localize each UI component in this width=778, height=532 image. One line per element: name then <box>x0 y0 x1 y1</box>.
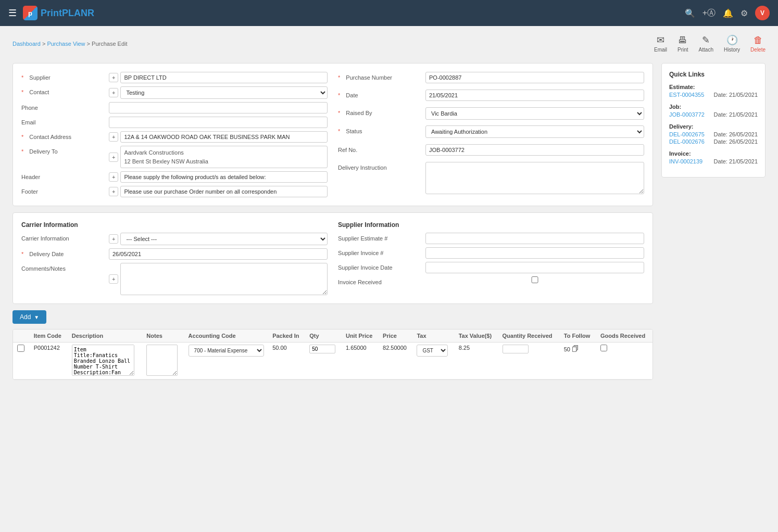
comments-plus-button[interactable]: + <box>109 274 118 284</box>
menu-icon[interactable]: ☰ <box>8 7 17 19</box>
carrier-section: Carrier Information Carrier Information … <box>21 221 328 295</box>
qty-input[interactable] <box>309 345 335 353</box>
history-button[interactable]: 🕐 History <box>724 34 740 53</box>
add-chevron-icon: ▼ <box>34 314 39 320</box>
ql-job-link[interactable]: JOB-0003772 <box>669 111 705 118</box>
supplier-invoice-input[interactable] <box>425 247 644 259</box>
ql-invoice-label: Invoice: <box>669 150 691 157</box>
col-goods-received: Goods Received <box>596 330 652 343</box>
carrier-select[interactable]: --- Select --- <box>120 233 328 245</box>
tax-value-cell: 8.25 <box>455 343 498 379</box>
col-notes: Notes <box>142 330 184 343</box>
description-cell: Item Title:Fanatics Branded Lonzo Ball N… <box>68 343 143 379</box>
accounting-code-select[interactable]: 700 - Material Expense <box>189 345 265 357</box>
contact-label: * Contact <box>21 86 105 95</box>
qty-received-input[interactable] <box>503 345 529 353</box>
header-input[interactable] <box>120 171 328 183</box>
delete-button[interactable]: 🗑 Delete <box>750 35 766 53</box>
qty-received-cell <box>498 343 560 379</box>
attach-icon: ✎ <box>702 34 710 46</box>
copy-icon[interactable]: 🗍 <box>572 345 579 353</box>
comments-textarea[interactable] <box>120 263 328 295</box>
email-input[interactable] <box>109 117 328 128</box>
user-avatar[interactable]: V <box>755 6 770 20</box>
toolbar: ✉ Email 🖶 Print ✎ Attach 🕐 History 🗑 Del… <box>654 34 766 53</box>
row-checkbox-cell <box>13 343 30 379</box>
goods-received-checkbox[interactable] <box>600 345 607 351</box>
ql-delivery-row2: DEL-0002676 Date: 26/05/2021 <box>669 138 758 145</box>
add-icon[interactable]: +Ⓐ <box>702 8 716 19</box>
carrier-plus-button[interactable]: + <box>109 234 118 244</box>
ql-estimate-row: EST-0004355 Date: 21/05/2021 <box>669 92 758 98</box>
breadcrumb-purchase-view[interactable]: Purchase View <box>47 41 85 47</box>
header-plus-button[interactable]: + <box>109 172 118 182</box>
supplier-estimate-input[interactable] <box>425 233 644 244</box>
col-accounting-code: Accounting Code <box>184 330 269 343</box>
items-table-wrapper: Item Code Description Notes Accounting C… <box>12 329 653 380</box>
footer-field-wrapper: + <box>109 186 328 197</box>
bell-icon[interactable]: 🔔 <box>723 8 733 18</box>
email-icon: ✉ <box>657 34 664 46</box>
supplier-plus-button[interactable]: + <box>109 73 118 82</box>
search-icon[interactable]: 🔍 <box>685 8 695 18</box>
ql-invoice-link[interactable]: INV-0002139 <box>669 158 702 164</box>
delivery-to-wrapper: + Aardvark Constructions 12 Bent St Bexl… <box>109 146 328 168</box>
phone-input[interactable] <box>109 102 328 113</box>
tax-select[interactable]: GST <box>417 345 448 357</box>
ql-delivery-link2[interactable]: DEL-0002676 <box>669 138 705 145</box>
col-tax-value: Tax Value($) <box>455 330 498 343</box>
date-input[interactable] <box>425 90 644 101</box>
address-plus-button[interactable]: + <box>109 132 118 142</box>
col-packed-in: Packed In <box>268 330 305 343</box>
unit-price-cell: 1.65000 <box>342 343 379 379</box>
breadcrumb: Dashboard > Purchase View > Purchase Edi… <box>12 41 128 47</box>
table-row: P0001242 Item Title:Fanatics Branded Lon… <box>13 343 652 379</box>
footer-plus-button[interactable]: + <box>109 187 118 196</box>
contact-field-wrapper: + Testing <box>109 86 328 99</box>
logo-icon: p <box>23 6 37 20</box>
carrier-field-wrapper: + --- Select --- <box>109 233 328 245</box>
email-label: Email <box>21 117 105 125</box>
raised-by-select[interactable]: Vic Bardia <box>425 107 644 120</box>
delivery-plus-button[interactable]: + <box>109 153 118 162</box>
ql-delivery-date2: Date: 26/05/2021 <box>714 138 758 145</box>
app-name: PrintPLANR <box>41 8 94 19</box>
ql-delivery-row1: DEL-0002675 Date: 26/05/2021 <box>669 131 758 137</box>
description-textarea[interactable]: Item Title:Fanatics Branded Lonzo Ball N… <box>72 345 134 376</box>
row-checkbox[interactable] <box>17 345 24 352</box>
add-button[interactable]: Add ▼ <box>12 310 46 324</box>
purchase-number-input[interactable] <box>425 72 644 83</box>
status-select[interactable]: Awaiting Authorization <box>425 125 644 138</box>
contact-plus-button[interactable]: + <box>109 88 118 97</box>
accounting-code-cell: 700 - Material Expense <box>184 343 269 379</box>
col-unit-price: Unit Price <box>342 330 379 343</box>
footer-input[interactable] <box>120 186 328 197</box>
invoice-received-checkbox[interactable] <box>425 276 644 283</box>
date-label: * Date <box>338 90 421 98</box>
address-input[interactable] <box>120 131 328 143</box>
delivery-date-input[interactable] <box>109 248 328 260</box>
contact-select[interactable]: Testing <box>120 86 328 99</box>
supplier-input[interactable] <box>120 72 328 83</box>
ql-delivery-date1: Date: 26/05/2021 <box>714 131 758 137</box>
carrier-form-grid: Carrier Information + --- Select --- * D… <box>21 233 328 295</box>
tax-cell: GST <box>412 343 454 379</box>
print-icon: 🖶 <box>678 35 687 46</box>
breadcrumb-dashboard[interactable]: Dashboard <box>12 41 41 47</box>
comments-label: Comments/Notes <box>21 263 105 272</box>
attach-button[interactable]: ✎ Attach <box>699 34 713 53</box>
col-item-code: Item Code <box>30 330 68 343</box>
supplier-invoice-date-input[interactable] <box>425 262 644 273</box>
ql-estimate-link[interactable]: EST-0004355 <box>669 92 704 98</box>
delivery-to-label: * Delivery To <box>21 146 105 155</box>
print-button[interactable]: 🖶 Print <box>677 35 688 53</box>
email-button[interactable]: ✉ Email <box>654 34 667 53</box>
contact-address-label: * Contact Address <box>21 131 105 140</box>
delivery-instruction-textarea[interactable] <box>425 162 644 194</box>
ref-no-input[interactable] <box>425 144 644 156</box>
ql-delivery-link1[interactable]: DEL-0002675 <box>669 131 705 137</box>
history-icon: 🕐 <box>726 34 738 46</box>
col-description: Description <box>68 330 143 343</box>
notes-textarea[interactable] <box>146 345 178 376</box>
settings-icon[interactable]: ⚙ <box>741 8 748 18</box>
